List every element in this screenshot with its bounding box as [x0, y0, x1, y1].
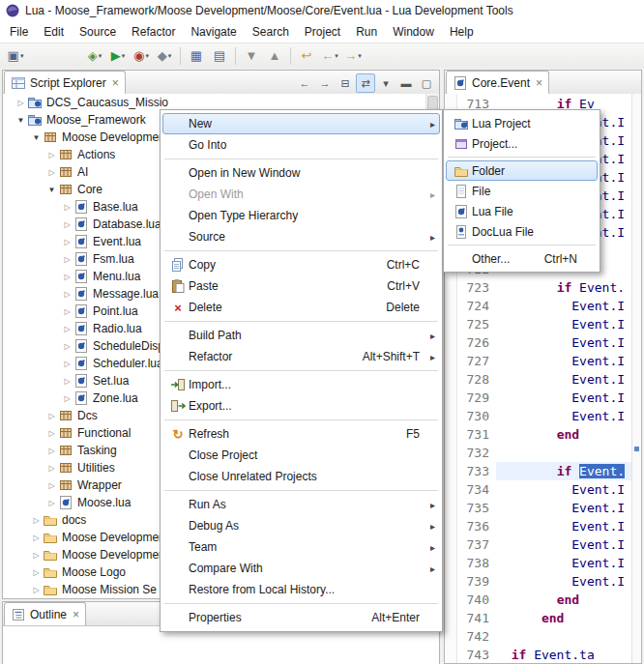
menu-source[interactable]: Source: [72, 22, 124, 42]
line-number[interactable]: 726: [457, 333, 496, 352]
code-line-739[interactable]: 739 Event.I: [457, 572, 641, 591]
code-line-729[interactable]: 729 Event.I: [457, 389, 641, 407]
forward-icon[interactable]: →: [315, 73, 335, 93]
dropdown-caret-icon[interactable]: ▾: [335, 52, 338, 60]
code-line-731[interactable]: 731 end: [457, 425, 641, 444]
context-menu-item-open-type-hierarchy[interactable]: Open Type Hierarchy: [162, 205, 440, 226]
expand-arrow-icon[interactable]: ▷: [15, 99, 27, 107]
context-menu-item-close-project[interactable]: Close Project: [162, 445, 440, 466]
expand-arrow-icon[interactable]: ▷: [45, 481, 58, 490]
expand-arrow-icon[interactable]: ▷: [61, 290, 73, 299]
expand-arrow-icon[interactable]: ▷: [30, 534, 43, 542]
context-menu-item-source[interactable]: Source▸: [162, 226, 440, 247]
close-tab-icon[interactable]: ×: [112, 76, 119, 90]
code-line-738[interactable]: 738 Event.I: [457, 554, 641, 572]
menu-navigate[interactable]: Navigate: [183, 22, 244, 42]
tab-outline[interactable]: Outline ×: [4, 602, 86, 625]
line-number[interactable]: 732: [457, 444, 496, 462]
coverage-button[interactable]: ◉▾: [131, 45, 152, 66]
expand-arrow-icon[interactable]: ▷: [61, 203, 73, 212]
context-menu-item-copy[interactable]: CopyCtrl+C: [162, 254, 440, 275]
back-icon[interactable]: ←: [295, 73, 314, 93]
tab-script-explorer[interactable]: Script Explorer ×: [4, 71, 126, 94]
expand-arrow-icon[interactable]: ▷: [30, 516, 43, 525]
overview-ruler[interactable]: [631, 94, 641, 663]
expand-arrow-icon[interactable]: ▷: [45, 499, 58, 507]
expand-arrow-icon[interactable]: ▷: [45, 429, 58, 438]
expand-arrow-icon[interactable]: ▷: [30, 568, 43, 577]
dropdown-caret-icon[interactable]: ▾: [20, 52, 24, 60]
collapse-arrow-icon[interactable]: ▼: [15, 116, 27, 125]
external-tools-button[interactable]: ◆▾: [154, 45, 175, 66]
tab-core-event[interactable]: Core.Event ×: [446, 71, 549, 94]
context-menu-item-paste[interactable]: PasteCtrl+V: [162, 275, 440, 297]
code-line-735[interactable]: 735 Event.I: [457, 499, 641, 517]
link-with-editor-icon[interactable]: ⇄: [356, 73, 375, 93]
code-line-728[interactable]: 728 Event.I: [457, 370, 641, 389]
next-annotation-button[interactable]: ▼: [241, 45, 262, 66]
expand-arrow-icon[interactable]: ▷: [30, 551, 43, 560]
line-number[interactable]: 734: [457, 480, 496, 499]
new-submenu-item-file[interactable]: File: [446, 181, 598, 201]
maximize-icon[interactable]: ▢: [417, 73, 436, 93]
context-menu-item-restore-from-local-history[interactable]: Restore from Local History...: [162, 579, 440, 600]
menu-search[interactable]: Search: [245, 22, 297, 42]
expand-arrow-icon[interactable]: ▷: [61, 238, 73, 246]
line-number[interactable]: 724: [457, 297, 496, 315]
code-line-725[interactable]: 725 Event.I: [457, 315, 641, 333]
context-menu-item-open-in-new-window[interactable]: Open in New Window: [162, 162, 440, 184]
dropdown-caret-icon[interactable]: ▾: [122, 52, 126, 60]
line-number[interactable]: 740: [457, 591, 496, 609]
new-submenu-item-lua-project[interactable]: Lua Project: [446, 113, 598, 133]
context-menu-item-debug-as[interactable]: Debug As▸: [162, 515, 440, 536]
line-number[interactable]: 725: [457, 315, 496, 333]
view-menu-icon[interactable]: ▾: [376, 73, 395, 93]
line-number[interactable]: 723: [457, 278, 496, 297]
last-edit-location-button[interactable]: ↩: [296, 45, 317, 66]
code-line-724[interactable]: 724 Event.I: [457, 297, 641, 315]
collapse-arrow-icon[interactable]: ▼: [45, 186, 58, 194]
code-line-741[interactable]: 741 end: [457, 609, 641, 627]
context-menu-item-export[interactable]: Export...: [162, 395, 440, 417]
line-number[interactable]: 738: [457, 554, 496, 572]
line-number[interactable]: 741: [457, 609, 496, 627]
debug-button[interactable]: ◈▾: [84, 45, 105, 66]
menu-edit[interactable]: Edit: [36, 22, 72, 42]
expand-arrow-icon[interactable]: ▷: [45, 168, 58, 177]
line-number[interactable]: 742: [457, 627, 496, 646]
context-menu-item-refresh[interactable]: ↻RefreshF5: [162, 423, 440, 445]
context-menu-item-close-unrelated-projects[interactable]: Close Unrelated Projects: [162, 466, 440, 487]
collapse-arrow-icon[interactable]: ▼: [30, 133, 43, 142]
dropdown-caret-icon[interactable]: ▾: [145, 52, 149, 60]
expand-arrow-icon[interactable]: ▷: [61, 220, 73, 229]
minimize-icon[interactable]: ▬: [396, 73, 416, 93]
new-submenu-item-lua-file[interactable]: Lua File: [446, 201, 598, 221]
close-tab-icon[interactable]: ×: [73, 608, 79, 621]
menu-refactor[interactable]: Refactor: [124, 22, 183, 42]
line-number[interactable]: 730: [457, 407, 496, 425]
line-number[interactable]: 739: [457, 572, 496, 591]
expand-arrow-icon[interactable]: ▷: [45, 447, 58, 455]
expand-arrow-icon[interactable]: ▷: [61, 325, 73, 333]
context-menu-item-compare-with[interactable]: Compare With▸: [162, 558, 440, 579]
run-button[interactable]: ▶▾: [107, 45, 129, 66]
context-menu-item-run-as[interactable]: Run As▸: [162, 494, 440, 515]
line-number[interactable]: 737: [457, 535, 496, 554]
line-number[interactable]: 736: [457, 517, 496, 535]
line-number[interactable]: 728: [457, 370, 496, 389]
new-wizard-button[interactable]: ▣▾: [5, 45, 26, 66]
expand-arrow-icon[interactable]: ▷: [61, 377, 73, 386]
new-submenu-item-doclua-file[interactable]: DocLua File: [446, 221, 598, 242]
context-menu-item-build-path[interactable]: Build Path▸: [162, 325, 440, 346]
new-submenu-item-folder[interactable]: Folder: [446, 160, 598, 181]
code-line-736[interactable]: 736 Event.I: [457, 517, 641, 535]
code-line-733[interactable]: 733 if Event.: [457, 462, 641, 480]
forward-button[interactable]: →▾: [342, 45, 364, 66]
code-line-723[interactable]: 723 if Event.: [457, 278, 641, 297]
dropdown-caret-icon[interactable]: ▾: [168, 52, 172, 60]
collapse-all-icon[interactable]: ⊟: [336, 73, 355, 93]
context-menu-item-new[interactable]: New▸: [162, 113, 440, 134]
code-line-726[interactable]: 726 Event.I: [457, 333, 641, 352]
menu-file[interactable]: File: [2, 22, 36, 42]
context-menu-item-properties[interactable]: PropertiesAlt+Enter: [162, 607, 440, 628]
